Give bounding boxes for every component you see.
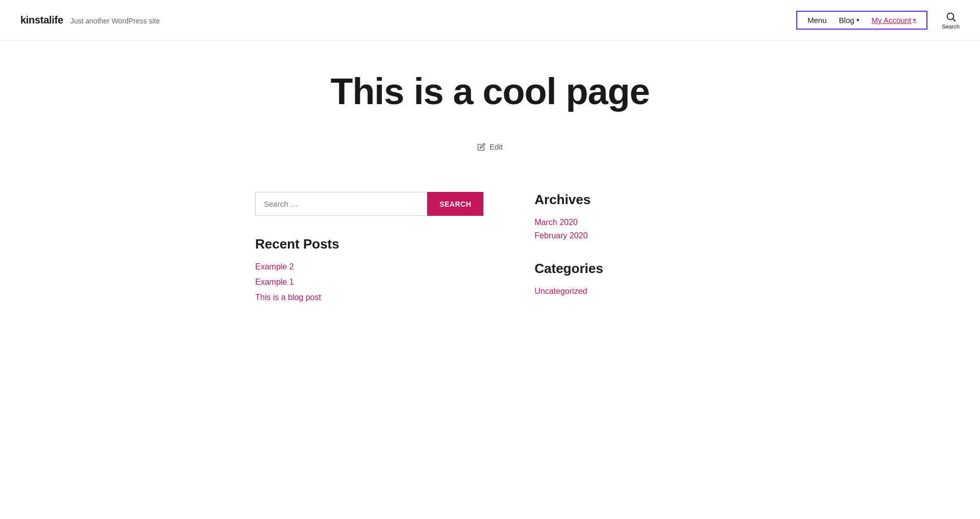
header-right: Menu Blog My Account Search [796, 11, 960, 30]
sidebar-left: SEARCH Recent Posts Example 2 Example 1 … [255, 192, 483, 302]
page-heading: This is a cool page [330, 71, 649, 112]
sidebar-layout: SEARCH Recent Posts Example 2 Example 1 … [245, 192, 735, 302]
post-link-blog-post[interactable]: This is a blog post [255, 293, 321, 302]
nav-blog[interactable]: Blog [839, 16, 860, 24]
post-link-example2[interactable]: Example 2 [255, 262, 294, 271]
categories-section: Categories Uncategorized [534, 261, 725, 296]
list-item: Uncategorized [534, 287, 725, 296]
categories-title: Categories [534, 261, 725, 277]
search-icon [945, 11, 957, 22]
list-item: Example 1 [255, 278, 483, 287]
header-search-button[interactable]: Search [942, 11, 960, 30]
nav-box: Menu Blog My Account [796, 11, 927, 30]
sidebar-right: Archives March 2020 February 2020 Catego… [534, 192, 725, 302]
list-item: March 2020 [534, 218, 725, 227]
sidebar-search-bar: SEARCH [255, 192, 483, 216]
main-content: This is a cool page Edit SEARCH Recent P… [0, 41, 980, 312]
sidebar-search-input[interactable] [255, 192, 427, 216]
recent-posts-list: Example 2 Example 1 This is a blog post [255, 262, 483, 302]
nav-menu[interactable]: Menu [807, 16, 827, 24]
archive-february-2020[interactable]: February 2020 [534, 231, 587, 240]
post-link-example1[interactable]: Example 1 [255, 278, 294, 286]
archives-title: Archives [534, 192, 725, 208]
list-item: This is a blog post [255, 293, 483, 302]
categories-list: Uncategorized [534, 287, 725, 296]
list-item: February 2020 [534, 231, 725, 240]
svg-line-1 [953, 19, 955, 21]
edit-icon [477, 143, 485, 151]
edit-label: Edit [489, 142, 503, 151]
svg-point-0 [947, 13, 953, 19]
edit-link[interactable]: Edit [477, 142, 503, 151]
archive-march-2020[interactable]: March 2020 [534, 218, 578, 227]
site-tagline: Just another WordPress site [70, 17, 160, 25]
category-uncategorized[interactable]: Uncategorized [534, 287, 587, 295]
archives-section: Archives March 2020 February 2020 [534, 192, 725, 240]
site-title: kinstalife [20, 14, 63, 26]
sidebar-search-button[interactable]: SEARCH [427, 192, 483, 216]
search-label: Search [942, 23, 960, 30]
recent-posts-title: Recent Posts [255, 236, 483, 252]
archives-list: March 2020 February 2020 [534, 218, 725, 240]
header-left: kinstalife Just another WordPress site [20, 14, 160, 26]
nav-my-account[interactable]: My Account [872, 16, 917, 24]
site-header: kinstalife Just another WordPress site M… [0, 0, 980, 41]
list-item: Example 2 [255, 262, 483, 271]
